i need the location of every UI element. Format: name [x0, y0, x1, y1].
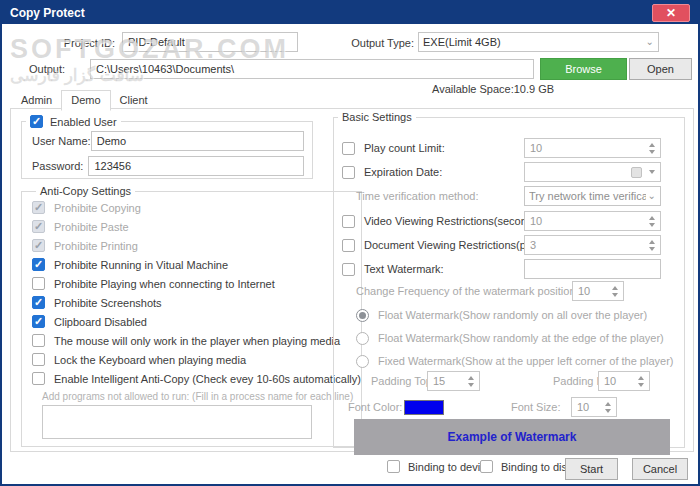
text-watermark-input[interactable]: [524, 259, 661, 279]
lock-keyboard-checkbox[interactable]: [32, 353, 45, 366]
padding-left-input: [599, 372, 633, 390]
binding-device-option: Binding to device: [387, 460, 492, 473]
username-label: User Name:: [32, 135, 91, 147]
anticopy-row: Prohibite Running in Vitual Machine: [32, 258, 361, 271]
watermark-example-box: Example of Watermark: [354, 419, 670, 455]
close-button[interactable]: ✕: [652, 4, 690, 22]
spin-down-icon: [649, 150, 655, 154]
chevron-down-icon: ⌄: [646, 37, 654, 47]
padding-left-spinner: [598, 371, 650, 391]
video-limit-row: Video Viewing Restrictions(seconds):: [334, 210, 676, 232]
anticopy-row: Prohibite Copying: [32, 201, 361, 214]
tab-client[interactable]: Client: [111, 91, 157, 110]
spin-up-icon: [605, 402, 611, 406]
fixed-watermark-radio: [356, 355, 369, 368]
spin-down-icon: [468, 383, 474, 387]
close-icon: ✕: [666, 6, 676, 20]
doc-limit-input: [525, 236, 644, 254]
enabled-user-group: Enabled User User Name: Password:: [21, 115, 313, 179]
time-verification-row: Time verification method: Try network ti…: [334, 185, 676, 207]
output-path-input[interactable]: [90, 59, 534, 79]
prohibit-printing-checkbox: [32, 239, 45, 252]
anticopy-row: Prohibite Paste: [32, 220, 361, 233]
fixed-watermark-row: Fixed Watermark(Show at the upper left c…: [334, 350, 676, 372]
prohibit-copying-checkbox: [32, 201, 45, 214]
date-dropdown: [644, 163, 660, 181]
chevron-down-icon: ⌄: [648, 191, 656, 201]
play-count-spinner: [524, 138, 661, 158]
mouse-restrict-checkbox[interactable]: [32, 334, 45, 347]
expiration-date-picker: [524, 162, 661, 182]
prohibit-paste-checkbox: [32, 220, 45, 233]
anticopy-row: Clipboard Disabled: [32, 315, 361, 328]
project-id-label: Project ID:: [30, 37, 115, 49]
doc-limit-spinner: [524, 235, 661, 255]
expiration-row: Expiration Date:: [334, 161, 676, 183]
binding-disk-option: Binding to disk: [480, 460, 573, 473]
browse-button[interactable]: Browse: [540, 58, 627, 80]
prohibit-vm-checkbox[interactable]: [32, 258, 45, 271]
basic-settings-legend: Basic Settings: [342, 111, 412, 123]
expiration-checkbox[interactable]: [342, 166, 355, 179]
float-watermark-edge-radio: [356, 332, 369, 345]
float-watermark-all-radio: [356, 309, 369, 322]
spin-up-icon: [612, 286, 618, 290]
calendar-icon: [631, 167, 642, 178]
tab-admin[interactable]: Admin: [12, 91, 61, 110]
doc-limit-row: Document Viewing Restrictions(pages):: [334, 234, 676, 256]
available-space-text: Available Space:10.9 GB: [432, 83, 554, 95]
padding-top-spinner: [427, 371, 480, 391]
padding-top-input: [428, 372, 463, 390]
play-count-row: Play count Limit:: [334, 137, 676, 159]
change-frequency-input: [573, 282, 607, 300]
expiration-input: [525, 163, 629, 181]
programs-textarea[interactable]: [42, 405, 312, 439]
clipboard-disabled-checkbox[interactable]: [32, 315, 45, 328]
anticopy-row: The mouse will only work in the player w…: [32, 334, 361, 347]
output-type-label: Output Type:: [332, 37, 414, 49]
tab-demo[interactable]: Demo: [61, 90, 110, 111]
time-verification-select: Try network time verification fir ⌄: [524, 186, 661, 206]
open-button[interactable]: Open: [629, 58, 692, 80]
prohibit-screenshots-checkbox[interactable]: [32, 296, 45, 309]
video-limit-spinner: [524, 211, 661, 231]
anticopy-row: Lock the Keyboard when playing media: [32, 353, 361, 366]
username-input[interactable]: [91, 131, 304, 151]
copy-protect-window: Copy Protect ✕ SOFTGOZAR.COM سافت گزار ف…: [0, 0, 700, 486]
binding-device-checkbox[interactable]: [387, 460, 400, 473]
change-frequency-row: Change Frequency of the watermark positi…: [334, 280, 676, 302]
prohibit-internet-checkbox[interactable]: [32, 277, 45, 290]
spin-up-icon: [649, 216, 655, 220]
programs-hint: Add programs not allowed to run: (Fill i…: [42, 391, 361, 402]
doc-limit-checkbox[interactable]: [342, 239, 355, 252]
start-button[interactable]: Start: [565, 458, 618, 480]
cancel-button[interactable]: Cancel: [632, 458, 688, 480]
play-count-checkbox[interactable]: [342, 142, 355, 155]
change-frequency-spinner: [572, 281, 624, 301]
video-limit-checkbox[interactable]: [342, 215, 355, 228]
play-count-input: [525, 139, 644, 157]
padding-row: Padding Top: Padding Left:: [334, 370, 676, 392]
font-size-spinner: [571, 397, 617, 417]
project-id-input[interactable]: [122, 32, 298, 52]
spin-up-icon: [649, 143, 655, 147]
tab-content-panel: Enabled User User Name: Password: Anti-C…: [10, 108, 694, 452]
anti-copy-group: Anti-Copy Settings Prohibite Copying Pro…: [21, 185, 362, 447]
password-input[interactable]: [88, 156, 304, 176]
anti-copy-legend: Anti-Copy Settings: [40, 185, 131, 197]
intelligent-anticopy-checkbox[interactable]: [32, 372, 45, 385]
anticopy-row: Prohibite Playing when connecting to Int…: [32, 277, 361, 290]
enabled-user-checkbox[interactable]: [30, 115, 43, 128]
text-watermark-checkbox[interactable]: [342, 263, 355, 276]
binding-disk-checkbox[interactable]: [480, 460, 493, 473]
password-label: Password:: [32, 160, 88, 172]
spin-down-icon: [638, 383, 644, 387]
font-color-swatch: [404, 400, 444, 415]
spin-up-icon: [638, 376, 644, 380]
output-type-select[interactable]: EXE(Limit 4GB) ⌄: [418, 32, 659, 52]
output-label: Output:: [29, 63, 65, 75]
basic-settings-group: Basic Settings Play count Limit: Expirat…: [333, 111, 685, 448]
chevron-down-icon: [649, 170, 655, 174]
spinner-arrows: [644, 139, 660, 157]
spin-down-icon: [649, 223, 655, 227]
